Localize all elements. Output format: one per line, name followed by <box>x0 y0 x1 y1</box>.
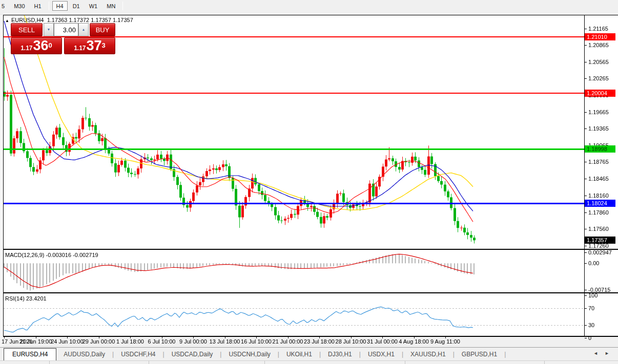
time-axis-label: 4 Aug 18:00 <box>396 338 432 345</box>
macd-indicator-label: MACD(12,26,9) -0.003016 -0.002719 <box>5 252 98 258</box>
chart-collapse-icon[interactable]: ▲ <box>5 18 9 23</box>
tab-usdx-h1[interactable]: USDX,H1 <box>361 348 402 360</box>
tab-usdcnh-daily[interactable]: USDCNH,Daily <box>221 348 277 360</box>
tab-gbpusd-h1[interactable]: GBPUSD,H1 <box>455 348 504 360</box>
price-axis-label: 1.18465 <box>588 176 618 182</box>
price-axis-label: 1.21165 <box>588 26 618 32</box>
tab-audusd-daily[interactable]: AUDUSD,Daily <box>56 348 112 360</box>
tab-usdcad-daily[interactable]: USDCAD,Daily <box>164 348 220 360</box>
trading-terminal-window: 5M30H1H4D1W1MN ▲EURUSD,H4 1.17363 1.1737… <box>0 0 618 364</box>
buy-price-tile[interactable]: 1.17 37 3 <box>64 37 115 54</box>
price-axis-label: 1.19665 <box>588 109 618 116</box>
rsi-indicator-label: RSI(14) 23.4201 <box>5 295 47 302</box>
time-axis-label: 29 Jun 00:00 <box>81 338 117 345</box>
time-axis-label: 16 Jul 10:00 <box>238 338 274 345</box>
sell-price-prefix: 1.17 <box>20 44 32 53</box>
time-axis-label: 21 Jun 19:00 <box>18 338 54 345</box>
tab-xauusd-h1[interactable]: XAUUSD,H1 <box>403 348 453 360</box>
volume-increase-button[interactable]: ▴ <box>78 23 89 36</box>
status-pane-separator <box>149 361 149 364</box>
timeframe-toolbar: 5M30H1H4D1W1MN <box>0 0 618 15</box>
price-line-badge: 1.18024 <box>585 200 615 207</box>
price-line-badge: 1.18998 <box>585 145 615 153</box>
macd-axis-label: 0.00 <box>588 260 618 267</box>
tab-usdchf-h4[interactable]: USDCHF,H4 <box>114 348 162 360</box>
timeframe-button-mn[interactable]: MN <box>102 1 119 11</box>
status-strip <box>0 360 618 364</box>
price-axis-label: 1.20865 <box>588 42 618 49</box>
chart-header: ▲EURUSD,H4 1.17363 1.17372 1.17357 1.173… <box>5 17 133 23</box>
price-axis-label: 1.17560 <box>588 226 618 232</box>
tab-scroll-right-icon[interactable]: ► <box>605 351 609 356</box>
rsi-axis-label: 70 <box>588 305 618 312</box>
chart-quotes-ohlc: 1.17363 1.17372 1.17357 1.17357 <box>47 17 133 23</box>
tab-ukoil-h1[interactable]: UKOil,H1 <box>279 348 319 360</box>
time-axis-label: 23 Jul 18:00 <box>301 338 337 345</box>
time-axis-label: 13 Jul 18:00 <box>207 338 243 345</box>
tab-eurusd-h4[interactable]: EURUSD,H4 <box>4 348 56 360</box>
status-pane-separator <box>264 361 265 364</box>
timeframe-button-5[interactable]: 5 <box>0 1 9 11</box>
time-axis-label: 24 Jun 10:00 <box>49 338 85 345</box>
status-pane-separator <box>544 361 545 364</box>
price-axis-label: 1.17860 <box>588 209 618 216</box>
tab-scroll-left-icon[interactable]: ◄ <box>593 351 598 356</box>
price-axis-label: 1.18160 <box>588 192 618 199</box>
macd-axis-label: 0.002947 <box>588 249 618 256</box>
volume-decrease-button[interactable]: ▾ <box>44 23 54 36</box>
chart-symbol-label: EURUSD,H4 <box>11 17 44 23</box>
sell-price-tile[interactable]: 1.17 36 0 <box>11 37 62 54</box>
tab-separator: | <box>504 351 506 358</box>
tab-dj30-h1[interactable]: DJ30,H1 <box>321 348 359 360</box>
price-axis-label: 1.20565 <box>588 59 618 66</box>
status-pane-separator <box>49 361 50 364</box>
buy-price-pip: 3 <box>102 38 106 53</box>
buy-price-prefix: 1.17 <box>74 44 86 53</box>
price-line-badge: 1.20004 <box>585 90 615 97</box>
price-axis-label: 1.18765 <box>588 159 618 165</box>
sell-button[interactable]: SELL <box>11 23 43 36</box>
timeframe-button-h4[interactable]: H4 <box>52 1 68 11</box>
timeframe-button-h1[interactable]: H1 <box>30 1 46 11</box>
time-axis-label: 9 Aug 11:00 <box>427 338 463 345</box>
chevron-down-icon: ▾ <box>48 27 50 32</box>
buy-button[interactable]: BUY <box>90 23 115 36</box>
toolbar-separator <box>122 2 123 10</box>
chevron-up-icon: ▴ <box>83 27 85 32</box>
sell-price-big: 36 <box>33 39 49 53</box>
timeframe-button-d1[interactable]: D1 <box>69 1 84 11</box>
status-pane-separator <box>405 361 405 364</box>
symbol-tab-bar: EURUSD,H4AUDUSD,Daily|USDCHF,H4|USDCAD,D… <box>0 347 618 360</box>
toolbar-separator <box>49 2 49 10</box>
price-axis-label: 1.20265 <box>588 75 618 82</box>
timeframe-button-w1[interactable]: W1 <box>85 1 102 11</box>
time-axis-label: 28 Jul 10:00 <box>333 338 369 345</box>
price-chart-canvas[interactable] <box>0 0 618 364</box>
price-axis-label: 1.19365 <box>588 125 618 132</box>
time-axis-label: 9 Jul 00:00 <box>175 338 211 345</box>
time-axis-label: 21 Jul 00:00 <box>270 338 306 345</box>
buy-price-big: 37 <box>87 39 102 53</box>
time-axis-label: 1 Jul 18:00 <box>112 338 148 345</box>
price-line-badge: 1.17357 <box>585 237 615 244</box>
price-line-badge: 1.21010 <box>585 33 615 40</box>
rsi-axis-label: 30 <box>588 322 618 329</box>
timeframe-button-m30[interactable]: M30 <box>10 1 29 11</box>
sell-price-pip: 0 <box>49 38 52 53</box>
time-axis-label: 31 Jul 00:00 <box>364 338 400 345</box>
one-click-trade-panel: SELL ▾ ▴ BUY 1.17 36 0 1.17 37 3 <box>11 23 115 54</box>
time-axis-label: 6 Jul 10:00 <box>144 338 180 345</box>
rsi-axis-label: 0 <box>588 335 618 341</box>
rsi-axis-label: 100 <box>588 292 618 299</box>
volume-input[interactable] <box>54 23 78 36</box>
